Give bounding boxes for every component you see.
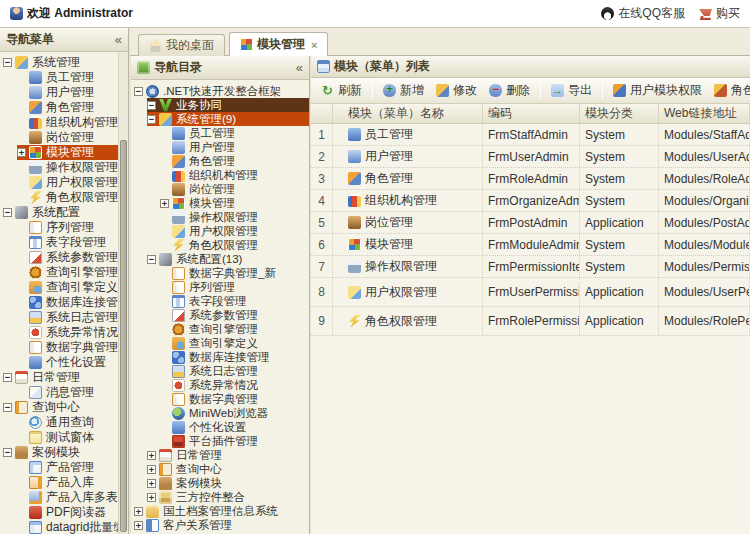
table-row[interactable]: 5岗位管理FrmPostAdminApplicationModules/Post… — [311, 212, 750, 234]
tree-item[interactable]: 系统配置 — [0, 205, 118, 220]
tree-item[interactable]: 日常管理 — [131, 448, 309, 462]
tree-item[interactable]: 系统管理(9) — [131, 112, 309, 126]
toolbar-button[interactable]: 修改 — [430, 79, 483, 102]
tree-item[interactable]: 表字段管理 — [131, 294, 309, 308]
tree-item[interactable]: datagrid批量编辑 — [0, 520, 118, 534]
column-header[interactable]: Web链接地址 — [659, 104, 750, 123]
tree-item[interactable]: 查询引擎定义 — [0, 280, 118, 295]
tree-item[interactable]: 查询引擎定义 — [131, 336, 309, 350]
expand-toggle[interactable] — [134, 521, 143, 530]
tree-item[interactable]: 数据字典管理 — [0, 340, 118, 355]
tree-item[interactable]: 角色管理 — [0, 100, 118, 115]
close-icon[interactable]: × — [311, 39, 317, 51]
tree-item[interactable]: 用户管理 — [0, 85, 118, 100]
expand-toggle[interactable] — [147, 493, 156, 502]
tree-item[interactable]: 用户管理 — [131, 140, 309, 154]
tree-item[interactable]: .NET快速开发整合框架 — [131, 84, 309, 98]
toolbar-button[interactable]: 删除 — [483, 79, 536, 102]
tab-item[interactable]: 我的桌面 — [138, 34, 225, 56]
column-header[interactable] — [311, 104, 333, 123]
tree-item[interactable]: 序列管理 — [0, 220, 118, 235]
tree-item[interactable]: 案例模块 — [0, 445, 118, 460]
tree-item[interactable]: 产品入库多表分页 — [0, 490, 118, 505]
tree-item[interactable]: 用户权限管理 — [0, 175, 118, 190]
left-scrollbar-thumb[interactable] — [120, 140, 127, 532]
tree-item[interactable]: 员工管理 — [0, 70, 118, 85]
column-header[interactable]: 编码 — [483, 104, 580, 123]
tree-item[interactable]: 表字段管理 — [0, 235, 118, 250]
column-header[interactable]: 模块分类 — [580, 104, 659, 123]
tree-item[interactable]: 查询中心 — [0, 400, 118, 415]
expand-toggle[interactable] — [3, 208, 12, 217]
tree-item[interactable]: 系统异常情况 — [0, 325, 118, 340]
tree-item[interactable]: MiniWeb浏览器 — [131, 406, 309, 420]
tree-item[interactable]: 系统异常情况 — [131, 378, 309, 392]
tree-item[interactable]: 产品管理 — [0, 460, 118, 475]
tree-item[interactable]: 模块管理 — [131, 196, 309, 210]
left-scrollbar[interactable] — [118, 52, 128, 534]
tree-item[interactable]: PDF阅读器 — [0, 505, 118, 520]
tree-item[interactable]: 案例模块 — [131, 476, 309, 490]
tree-item[interactable]: 系统日志管理 — [131, 364, 309, 378]
table-row[interactable]: 3角色管理FrmRoleAdminSystemModules/RoleAdmin — [311, 168, 750, 190]
tree-item[interactable]: 测试窗体 — [0, 430, 118, 445]
table-row[interactable]: 1员工管理FrmStaffAdminSystemModules/StaffAdm… — [311, 124, 750, 146]
tab-active[interactable]: 模块管理× — [229, 32, 328, 56]
expand-toggle[interactable] — [134, 507, 143, 516]
tree-item[interactable]: 角色权限管理 — [0, 190, 118, 205]
tree-item[interactable]: 系统参数管理 — [131, 308, 309, 322]
expand-toggle[interactable] — [3, 58, 12, 67]
column-header[interactable]: 模块（菜单）名称 — [333, 104, 483, 123]
tree-item[interactable]: 产品入库 — [0, 475, 118, 490]
tree-item[interactable]: 数据字典管理 — [131, 392, 309, 406]
expand-toggle[interactable] — [147, 255, 156, 264]
expand-toggle[interactable] — [3, 448, 12, 457]
tree-item[interactable]: 个性化设置 — [131, 420, 309, 434]
tree-item[interactable]: 数据库连接管理 — [0, 295, 118, 310]
tree-item[interactable]: 数据字典管理_新 — [131, 266, 309, 280]
expand-toggle[interactable] — [160, 199, 169, 208]
expand-toggle[interactable] — [17, 148, 26, 157]
tree-item[interactable]: 消息管理 — [0, 385, 118, 400]
tree-item[interactable]: 员工管理 — [131, 126, 309, 140]
tree-item[interactable]: 客户关系管理 — [131, 518, 309, 532]
tree-item[interactable]: 查询引擎管理 — [0, 265, 118, 280]
tree-item[interactable]: 角色管理 — [131, 154, 309, 168]
tree-item[interactable]: 平台插件管理 — [131, 434, 309, 448]
tree-item[interactable]: 日常管理 — [0, 370, 118, 385]
collapse-nav-icon[interactable]: « — [296, 60, 303, 75]
tree-item[interactable]: 序列管理 — [131, 280, 309, 294]
table-row[interactable]: 8用户权限管理FrmUserPermissionAApplicationModu… — [311, 278, 750, 307]
expand-toggle[interactable] — [147, 451, 156, 460]
tree-item[interactable]: 系统配置(13) — [131, 252, 309, 266]
expand-toggle[interactable] — [147, 465, 156, 474]
toolbar-button[interactable]: 用户模块权限 — [607, 79, 708, 102]
tree-item[interactable]: 国土档案管理信息系统 — [131, 504, 309, 518]
expand-toggle[interactable] — [3, 373, 12, 382]
tree-item[interactable]: 岗位管理 — [0, 130, 118, 145]
toolbar-button[interactable]: 角色模块权限 — [708, 79, 750, 102]
tree-item[interactable]: 通用查询 — [0, 415, 118, 430]
table-row[interactable]: 4组织机构管理FrmOrganizeAdminSystemModules/Org… — [311, 190, 750, 212]
toolbar-button[interactable]: 导出 — [545, 79, 598, 102]
toolbar-button[interactable]: 新增 — [377, 79, 430, 102]
tree-item[interactable]: 操作权限管理 — [0, 160, 118, 175]
table-row[interactable]: 2用户管理FrmUserAdminSystemModules/UserAdmin — [311, 146, 750, 168]
table-row[interactable]: 7操作权限管理FrmPermissionItemASystemModules/P… — [311, 256, 750, 278]
tree-item[interactable]: 系统日志管理 — [0, 310, 118, 325]
tree-item[interactable]: 个性化设置 — [0, 355, 118, 370]
tree-item[interactable]: 系统参数管理 — [0, 250, 118, 265]
table-row[interactable]: 6模块管理FrmModuleAdminSystemModules/ModuleA… — [311, 234, 750, 256]
tree-item[interactable]: 三方控件整合 — [131, 490, 309, 504]
expand-toggle[interactable] — [134, 87, 143, 96]
toolbar-button[interactable]: 刷新 — [315, 79, 368, 102]
tree-item[interactable]: 组织机构管理 — [131, 168, 309, 182]
qq-service-link[interactable]: 在线QQ客服 — [601, 5, 685, 22]
tree-item[interactable]: 业务协同 — [131, 98, 309, 112]
table-row[interactable]: 9角色权限管理FrmRolePermissionAApplicationModu… — [311, 307, 750, 336]
tree-item[interactable]: 查询中心 — [131, 462, 309, 476]
tree-item[interactable]: 系统管理 — [0, 55, 118, 70]
expand-toggle[interactable] — [3, 403, 12, 412]
tree-item[interactable]: 模块管理 — [0, 145, 118, 160]
tree-item[interactable]: 角色权限管理 — [131, 238, 309, 252]
